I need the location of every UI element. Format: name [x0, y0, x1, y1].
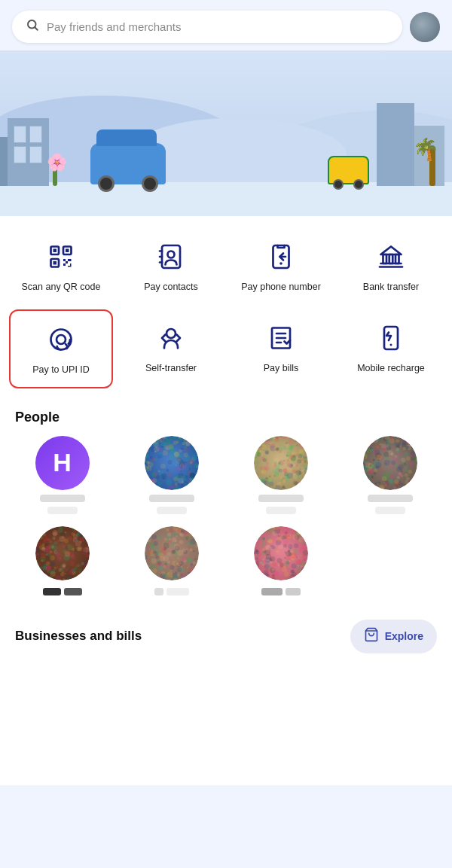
svg-point-29 — [390, 344, 392, 346]
grid-item-pay-contacts[interactable]: Pay contacts — [119, 228, 223, 303]
person-avatar-2 — [145, 436, 199, 490]
banner-illustration: 🌸 🌴 — [0, 50, 452, 216]
svg-point-22 — [56, 335, 66, 344]
grid-label-pay-bills: Pay bills — [264, 362, 299, 374]
person-avatar-3 — [254, 436, 308, 490]
grid-item-mobile-recharge[interactable]: Mobile recharge — [339, 309, 443, 388]
grid-item-pay-bills[interactable]: Pay bills — [229, 309, 333, 388]
person-subname-3 — [266, 507, 296, 514]
person-item-4[interactable] — [340, 436, 440, 514]
person-name-bar-6a — [154, 588, 163, 595]
people-grid-empty — [340, 526, 440, 595]
grid-item-pay-phone[interactable]: Pay phone number — [229, 228, 333, 303]
grid-item-bank-transfer[interactable]: Bank transfer — [339, 228, 443, 303]
qr-code-icon — [43, 239, 79, 275]
palm-tree: 🌴 — [429, 148, 435, 186]
bills-icon — [263, 320, 299, 356]
person-name-2 — [149, 495, 194, 502]
user-avatar[interactable] — [410, 12, 440, 42]
grid-label-bank-transfer: Bank transfer — [363, 281, 419, 293]
header: Pay friends and merchants — [0, 0, 452, 50]
person-item-5[interactable] — [12, 526, 112, 595]
svg-point-14 — [279, 262, 282, 265]
grid-item-self-transfer[interactable]: Self-transfer — [119, 309, 223, 388]
person-avatar-7 — [254, 526, 308, 580]
person-subname-4 — [375, 507, 405, 514]
person-name-bar-5a — [43, 588, 61, 595]
quick-actions-grid: Scan any QR code Pay contacts — [0, 216, 452, 400]
explore-button[interactable]: Explore — [350, 620, 437, 653]
grid-item-scan-qr[interactable]: Scan any QR code — [9, 228, 113, 303]
svg-rect-5 — [53, 249, 57, 253]
person-name-bar-6b — [166, 588, 189, 595]
people-grid-2 — [0, 526, 452, 608]
people-section-title: People — [0, 400, 452, 433]
contacts-icon — [153, 239, 189, 275]
vehicle-illustration — [90, 143, 166, 184]
bank-icon — [373, 239, 409, 275]
svg-rect-17 — [389, 254, 393, 263]
grid-item-pay-upi[interactable]: Pay to UPI ID — [9, 309, 113, 388]
search-icon — [26, 18, 39, 35]
person-name-bar-7b — [286, 588, 301, 595]
person-avatar-6 — [145, 526, 199, 580]
person-item-1[interactable]: H — [12, 436, 112, 514]
grid-label-self-transfer: Self-transfer — [145, 362, 197, 374]
person-avatar-5 — [35, 526, 90, 580]
upi-icon — [43, 321, 79, 358]
businesses-title: Businesses and bills — [15, 629, 142, 644]
grid-label-pay-contacts: Pay contacts — [144, 281, 198, 293]
main-card: Scan any QR code Pay contacts — [0, 198, 452, 785]
person-name-bar-7a — [261, 588, 282, 595]
grid-label-mobile-recharge: Mobile recharge — [357, 362, 425, 374]
person-name-4 — [368, 495, 413, 502]
shopping-bag-icon — [364, 627, 379, 646]
grid-label-pay-upi: Pay to UPI ID — [32, 364, 90, 376]
svg-rect-7 — [53, 261, 57, 265]
svg-line-1 — [35, 27, 37, 29]
person-avatar-1: H — [35, 436, 90, 490]
people-grid: H — [0, 433, 452, 526]
person-subname-2 — [157, 507, 187, 514]
svg-rect-6 — [66, 249, 69, 253]
mobile-recharge-icon — [373, 320, 409, 356]
person-item-3[interactable] — [231, 436, 331, 514]
grid-label-scan-qr: Scan any QR code — [22, 281, 101, 293]
search-bar[interactable]: Pay friends and merchants — [12, 11, 402, 43]
svg-point-9 — [168, 251, 175, 258]
search-placeholder: Pay friends and merchants — [47, 20, 181, 33]
person-name-bar-5b — [64, 588, 82, 595]
person-item-6[interactable] — [121, 526, 221, 595]
explore-label: Explore — [385, 630, 423, 642]
person-item-7[interactable] — [231, 526, 331, 595]
self-transfer-icon — [153, 320, 189, 356]
person-subname-1 — [47, 507, 78, 514]
svg-point-23 — [166, 329, 176, 338]
phone-icon — [263, 239, 299, 275]
person-item-2[interactable] — [121, 436, 221, 514]
svg-rect-18 — [396, 254, 399, 263]
svg-rect-16 — [383, 254, 387, 263]
person-avatar-4 — [363, 436, 417, 490]
rickshaw-illustration — [328, 156, 369, 184]
person-name-1 — [40, 495, 85, 502]
person-name-3 — [258, 495, 304, 502]
grid-label-pay-phone: Pay phone number — [241, 281, 321, 293]
businesses-section: Businesses and bills Explore — [0, 608, 452, 669]
